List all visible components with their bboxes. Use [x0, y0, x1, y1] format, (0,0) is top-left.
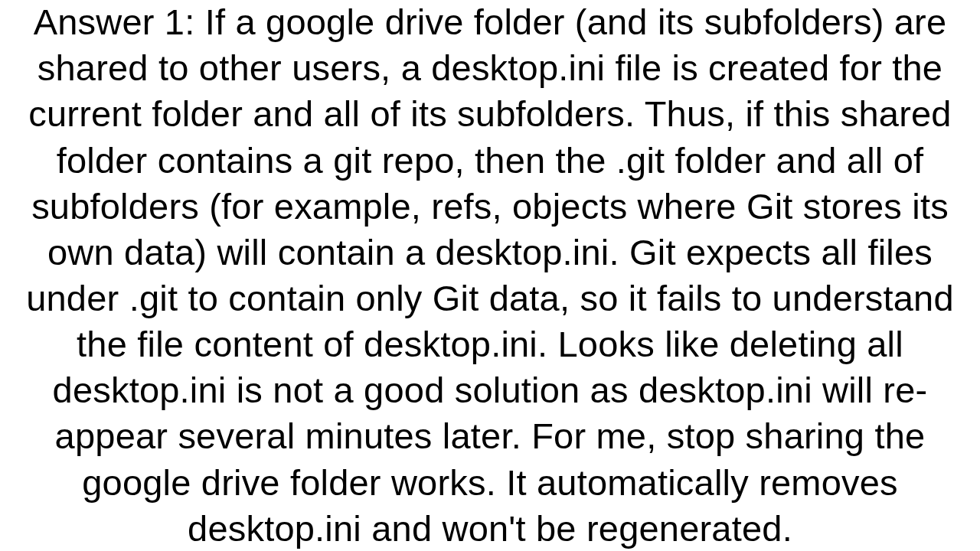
- answer-block: Answer 1: If a google drive folder (and …: [0, 0, 980, 551]
- answer-text: Answer 1: If a google drive folder (and …: [0, 0, 980, 551]
